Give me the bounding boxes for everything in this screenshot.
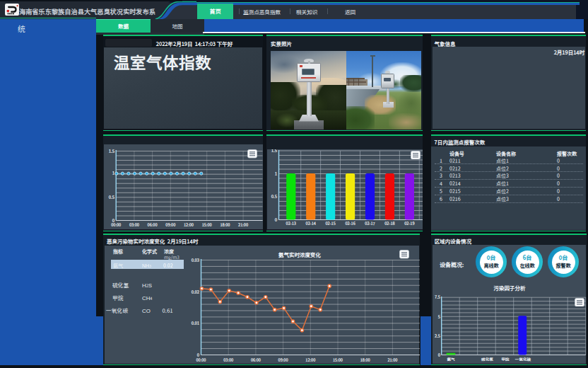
- svg-text:02-19: 02-19: [404, 221, 414, 226]
- svg-text:一氧化碳: 一氧化碳: [514, 357, 531, 362]
- svg-text:12:00: 12:00: [305, 357, 315, 363]
- svg-text:0.01: 0.01: [192, 320, 199, 326]
- svg-text:1.5: 1.5: [271, 149, 278, 154]
- svg-text:0: 0: [438, 352, 441, 358]
- svg-text:02-18: 02-18: [384, 221, 394, 226]
- svg-text:0.5: 0.5: [109, 194, 115, 200]
- svg-text:2.5: 2.5: [435, 333, 441, 339]
- svg-text:0.02: 0.02: [192, 289, 200, 295]
- svg-text:06:00: 06:00: [148, 222, 158, 228]
- svg-text:21:00: 21:00: [387, 357, 397, 363]
- svg-text:09:00: 09:00: [165, 222, 175, 228]
- svg-text:1.5: 1.5: [109, 148, 115, 154]
- svg-text:09:00: 09:00: [278, 357, 288, 363]
- svg-text:7.5: 7.5: [435, 294, 441, 300]
- svg-text:甲烷: 甲烷: [501, 357, 510, 362]
- svg-text:氨气: 氨气: [446, 357, 455, 362]
- svg-text:15:00: 15:00: [333, 357, 343, 363]
- svg-text:5: 5: [437, 314, 441, 320]
- svg-text:02-15: 02-15: [325, 221, 335, 226]
- svg-text:02-16: 02-16: [345, 221, 355, 226]
- svg-text:02-13: 02-13: [286, 221, 296, 226]
- svg-text:18:00: 18:00: [220, 222, 230, 228]
- svg-text:02-17: 02-17: [365, 221, 375, 226]
- svg-text:15:00: 15:00: [202, 222, 212, 228]
- svg-text:03:00: 03:00: [223, 357, 233, 363]
- svg-text:21:00: 21:00: [238, 222, 248, 228]
- svg-text:03:00: 03:00: [129, 222, 139, 228]
- svg-text:0.5: 0.5: [271, 193, 278, 200]
- svg-text:06:00: 06:00: [251, 357, 261, 363]
- svg-text:硫化氢: 硫化氢: [481, 357, 493, 362]
- svg-text:00:00: 00:00: [111, 222, 121, 228]
- svg-text:00:00: 00:00: [196, 357, 206, 363]
- svg-text:02-14: 02-14: [306, 221, 317, 226]
- svg-text:12:00: 12:00: [184, 222, 194, 228]
- svg-text:18:00: 18:00: [360, 357, 370, 363]
- svg-text:0.03: 0.03: [192, 258, 200, 263]
